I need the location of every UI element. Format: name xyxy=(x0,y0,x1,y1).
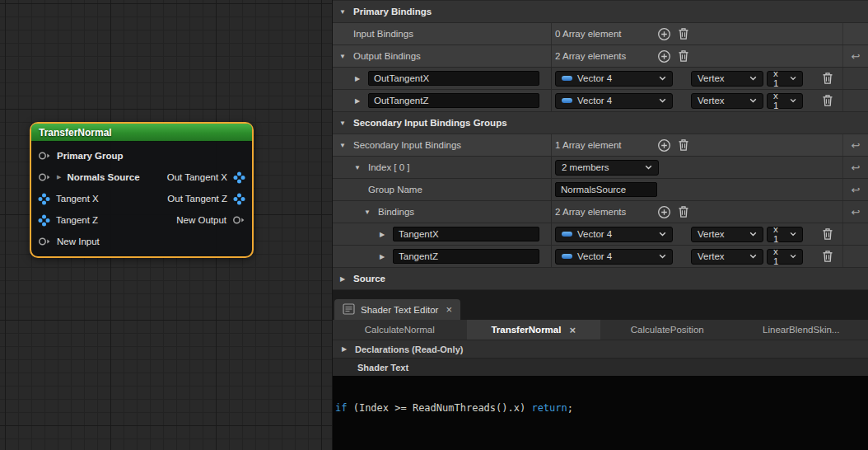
domain-dropdown[interactable]: Vertex xyxy=(691,227,763,242)
category-label: Secondary Input Bindings Groups xyxy=(353,118,507,128)
reset-to-default-button[interactable]: ↩ xyxy=(852,50,861,63)
pin-row: Tangent Z New Output xyxy=(31,209,252,231)
tab-label: TransferNormal xyxy=(491,325,561,335)
close-icon[interactable]: × xyxy=(446,304,452,315)
property-label: Output Bindings xyxy=(353,51,421,61)
array-count-label: 0 Array element xyxy=(555,29,654,39)
tab-shader-text-editor[interactable]: Shader Text Editor × xyxy=(334,299,460,320)
tab-calculateposition[interactable]: CalculatePosition xyxy=(600,320,735,340)
pin-row: New Input xyxy=(31,231,252,252)
multiplier-dropdown[interactable]: x 1 xyxy=(767,93,803,109)
chevron-down-icon[interactable]: ▼ xyxy=(338,8,347,16)
binding-name-field[interactable]: TangentX xyxy=(393,227,539,241)
multiplier-value: x 1 xyxy=(773,68,785,88)
tab-calculatenormal[interactable]: CalculateNormal xyxy=(333,320,467,340)
array-count-label: 2 Array elements xyxy=(555,51,654,61)
row-binding-tangentz: ▶ TangentZ Vector 4 Vertex xyxy=(333,246,868,267)
declarations-row[interactable]: ▶ Declarations (Read-Only) xyxy=(333,340,868,358)
delete-element-button[interactable] xyxy=(818,91,838,110)
multiplier-dropdown[interactable]: x 1 xyxy=(767,227,803,242)
multiplier-value: x 1 xyxy=(773,91,785,110)
data-binding-pin-icon[interactable] xyxy=(38,193,50,205)
category-primary-bindings[interactable]: ▼ Primary Bindings xyxy=(333,1,868,22)
chevron-right-icon[interactable]: ▶ xyxy=(353,75,362,82)
chevron-down-icon[interactable]: ▼ xyxy=(338,53,347,60)
field-value: OutTangentZ xyxy=(374,96,428,105)
chevron-down-icon[interactable]: ▼ xyxy=(353,164,362,171)
chevron-right-icon[interactable]: ▶ xyxy=(353,97,362,105)
tab-linearblendskin[interactable]: LinearBlendSkin... xyxy=(735,320,868,340)
type-dropdown[interactable]: Vector 4 xyxy=(555,227,673,242)
multiplier-dropdown[interactable]: x 1 xyxy=(767,249,803,265)
binding-name-field[interactable]: OutTangentZ xyxy=(368,93,539,108)
group-name-field[interactable]: NormalsSource xyxy=(555,182,657,197)
domain-value: Vertex xyxy=(698,229,725,239)
reset-to-default-button[interactable]: ↩ xyxy=(852,184,861,196)
node-graph-canvas[interactable]: TransferNormal Primary Group xyxy=(0,0,332,450)
chevron-right-icon[interactable]: ▶ xyxy=(340,345,348,353)
add-element-button[interactable] xyxy=(654,202,674,222)
property-label: Index [ 0 ] xyxy=(368,162,410,172)
row-secondary-input-bindings: ▼ Secondary Input Bindings 1 Array eleme… xyxy=(333,134,868,156)
add-element-button[interactable] xyxy=(654,46,674,66)
pin-label: Tangent Z xyxy=(56,215,98,225)
tab-label: CalculatePosition xyxy=(631,325,704,335)
clear-array-button[interactable] xyxy=(674,135,693,155)
reset-to-default-button[interactable]: ↩ xyxy=(852,206,861,218)
delete-element-button[interactable] xyxy=(818,224,838,244)
reset-to-default-button[interactable]: ↩ xyxy=(852,162,861,174)
exec-pin-icon[interactable] xyxy=(38,236,51,247)
chevron-right-icon[interactable]: ▶ xyxy=(57,174,61,180)
code-line: if (Index >= ReadNumThreads().x) return; xyxy=(335,402,866,414)
close-icon[interactable]: × xyxy=(569,325,576,335)
row-binding-outtangentx: ▶ OutTangentX Vector 4 Vertex xyxy=(333,68,868,89)
vector-type-icon xyxy=(562,254,572,259)
members-dropdown[interactable]: 2 members xyxy=(555,160,659,176)
delete-element-button[interactable] xyxy=(818,246,838,266)
data-binding-pin-icon[interactable] xyxy=(38,214,50,227)
reset-to-default-button[interactable]: ↩ xyxy=(852,139,861,152)
type-dropdown[interactable]: Vector 4 xyxy=(555,249,673,265)
members-value: 2 members xyxy=(562,162,609,172)
node-header[interactable]: TransferNormal xyxy=(31,124,252,142)
type-dropdown[interactable]: Vector 4 xyxy=(555,71,673,87)
field-value: TangentX xyxy=(399,229,439,239)
exec-pin-icon[interactable] xyxy=(232,214,245,226)
multiplier-dropdown[interactable]: x 1 xyxy=(767,71,803,87)
chevron-down-icon[interactable]: ▼ xyxy=(363,209,371,216)
add-element-button[interactable] xyxy=(654,135,674,155)
domain-dropdown[interactable]: Vertex xyxy=(691,93,763,109)
delete-element-button[interactable] xyxy=(818,68,838,88)
clear-array-button[interactable] xyxy=(674,24,693,44)
clear-array-button[interactable] xyxy=(674,202,693,222)
node-transfernormal[interactable]: TransferNormal Primary Group xyxy=(30,122,254,258)
node-body: Primary Group ▶ Normals Source Out Tange… xyxy=(31,142,252,256)
data-binding-pin-icon[interactable] xyxy=(233,193,245,205)
pin-label: New Input xyxy=(57,237,100,246)
clear-array-button[interactable] xyxy=(674,46,693,66)
type-value: Vector 4 xyxy=(577,251,612,261)
vector-type-icon xyxy=(562,98,572,103)
array-count-label: 2 Array elements xyxy=(555,207,654,217)
chevron-down-icon[interactable]: ▼ xyxy=(338,120,347,127)
category-secondary-input-bindings-groups[interactable]: ▼ Secondary Input Bindings Groups xyxy=(333,112,868,134)
domain-dropdown[interactable]: Vertex xyxy=(691,249,763,265)
category-source[interactable]: ▶ Source xyxy=(333,268,868,289)
data-binding-pin-icon[interactable] xyxy=(233,171,245,184)
type-dropdown[interactable]: Vector 4 xyxy=(555,93,673,109)
chevron-right-icon[interactable]: ▶ xyxy=(338,275,347,283)
property-label: Secondary Input Bindings xyxy=(353,140,461,150)
tab-transfernormal[interactable]: TransferNormal × xyxy=(467,320,601,340)
domain-dropdown[interactable]: Vertex xyxy=(691,71,763,87)
add-element-button[interactable] xyxy=(654,24,674,44)
exec-pin-icon[interactable] xyxy=(38,171,51,183)
chevron-down-icon[interactable]: ▼ xyxy=(338,142,347,149)
exec-pin-icon[interactable] xyxy=(38,150,51,162)
binding-name-field[interactable]: TangentZ xyxy=(393,249,539,264)
chevron-right-icon[interactable]: ▶ xyxy=(378,231,386,238)
domain-value: Vertex xyxy=(698,96,725,105)
binding-name-field[interactable]: OutTangentX xyxy=(368,71,539,86)
type-value: Vector 4 xyxy=(577,229,612,239)
shader-code-editor[interactable]: if (Index >= ReadNumThreads().x) return;… xyxy=(333,376,868,450)
chevron-right-icon[interactable]: ▶ xyxy=(378,253,386,260)
